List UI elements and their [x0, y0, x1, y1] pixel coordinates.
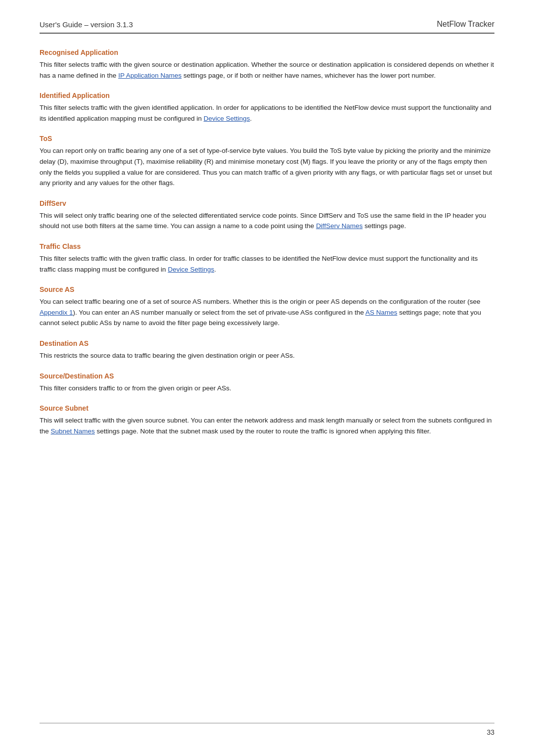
footer-bar: 33 [40, 723, 494, 736]
header-left: User's Guide – version 3.1.3 [40, 20, 133, 29]
link-ip-application-names[interactable]: IP Application Names [118, 72, 181, 79]
section-title-source-destination-as: Source/Destination AS [40, 372, 494, 380]
header-right: NetFlow Tracker [437, 20, 494, 29]
section-body-source-as: You can select traffic bearing one of a … [40, 296, 494, 329]
section-body-source-subnet: This will select traffic with the given … [40, 415, 494, 436]
link-subnet-names[interactable]: Subnet Names [51, 427, 95, 435]
link-appendix-1[interactable]: Appendix 1 [40, 309, 73, 316]
link-diffserv-names[interactable]: DiffServ Names [316, 222, 362, 230]
section-title-diffserv: DiffServ [40, 199, 494, 207]
section-title-destination-as: Destination AS [40, 339, 494, 347]
section-body-identified-application: This filter selects traffic with the giv… [40, 102, 494, 124]
page: User's Guide – version 3.1.3 NetFlow Tra… [0, 0, 534, 756]
section-source-subnet: Source Subnet This will select traffic w… [40, 404, 494, 436]
header-bar: User's Guide – version 3.1.3 NetFlow Tra… [40, 20, 494, 34]
section-title-source-subnet: Source Subnet [40, 404, 494, 412]
section-identified-application: Identified Application This filter selec… [40, 92, 494, 124]
section-recognised-application: Recognised Application This filter selec… [40, 48, 494, 81]
section-traffic-class: Traffic Class This filter selects traffi… [40, 242, 494, 275]
section-body-recognised-application: This filter selects traffic with the giv… [40, 59, 494, 81]
link-device-settings-2[interactable]: Device Settings [168, 266, 214, 273]
section-title-recognised-application: Recognised Application [40, 48, 494, 56]
section-diffserv: DiffServ This will select only traffic b… [40, 199, 494, 232]
link-as-names[interactable]: AS Names [365, 309, 398, 316]
section-destination-as: Destination AS This restricts the source… [40, 339, 494, 361]
section-tos: ToS You can report only on traffic beari… [40, 135, 494, 188]
section-title-source-as: Source AS [40, 285, 494, 293]
section-body-diffserv: This will select only traffic bearing on… [40, 210, 494, 232]
page-number: 33 [487, 728, 494, 736]
section-title-tos: ToS [40, 135, 494, 142]
section-body-source-destination-as: This filter considers traffic to or from… [40, 383, 494, 394]
section-source-as: Source AS You can select traffic bearing… [40, 285, 494, 329]
section-body-destination-as: This restricts the source data to traffi… [40, 350, 494, 361]
link-device-settings-1[interactable]: Device Settings [204, 115, 250, 122]
section-body-traffic-class: This filter selects traffic with the giv… [40, 253, 494, 275]
section-title-traffic-class: Traffic Class [40, 242, 494, 250]
section-body-tos: You can report only on traffic bearing a… [40, 145, 494, 188]
section-source-destination-as: Source/Destination AS This filter consid… [40, 372, 494, 394]
section-title-identified-application: Identified Application [40, 92, 494, 99]
